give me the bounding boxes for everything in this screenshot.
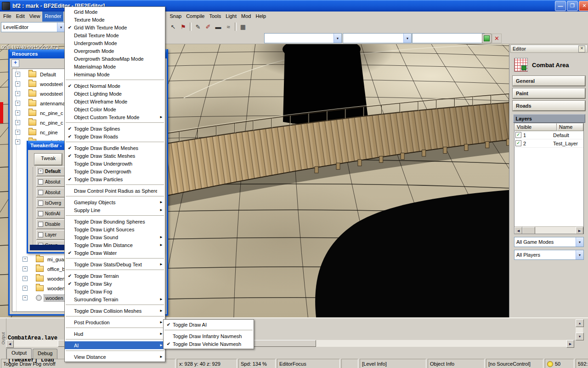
menuitem-draw-control-point-radius-as-sphere[interactable]: Draw Control Point Radius as Sphere (65, 187, 165, 195)
layer-visible-checkbox[interactable]: ✓ (515, 140, 521, 146)
scroll-down-icon[interactable]: ▼ (576, 333, 584, 340)
scroll-right-icon[interactable]: ▶ (576, 227, 583, 234)
menuitem-texture-mode[interactable]: Texture Mode (65, 16, 165, 23)
maximize-button[interactable]: ❐ (567, 1, 578, 11)
expand-icon[interactable]: + (23, 257, 28, 262)
menuitem-toggle-draw-splines[interactable]: ✔Toggle Draw Splines (65, 125, 165, 132)
menuitem-gameplay-objects[interactable]: Gameplay Objects► (65, 198, 165, 206)
menuitem-grid-mode[interactable]: Grid Mode (65, 8, 165, 16)
menuitem-detail-texture-mode[interactable]: Detail Texture Mode (65, 31, 165, 39)
chevron-down-icon[interactable]: ▼ (576, 237, 583, 247)
scroll-right-icon[interactable]: ▶ (566, 340, 574, 348)
pen-tool[interactable]: ✎ (193, 22, 203, 31)
expand-icon[interactable]: + (15, 130, 20, 135)
menuitem-surrounding-terrain[interactable]: Surrounding Terrain► (65, 295, 165, 303)
menuitem-toggle-draw-bundle-meshes[interactable]: ✔Toggle Draw Bundle Meshes (65, 144, 165, 152)
menuitem-view-distance[interactable]: View Distance► (65, 353, 165, 361)
menuitem-grid-with-texture-mode[interactable]: ✔Grid With Texture Mode (65, 23, 165, 31)
general-button[interactable]: General (513, 76, 585, 86)
expand-icon[interactable]: + (23, 295, 28, 300)
tab-output[interactable]: Output (6, 348, 32, 359)
menuitem-toggle-draw-roads[interactable]: ✔Toggle Draw Roads (65, 132, 165, 140)
expand-icon[interactable]: + (15, 120, 20, 125)
menuitem-undergrowth-mode[interactable]: Undergrowth Mode (65, 39, 165, 47)
expand-icon[interactable]: + (23, 266, 28, 271)
expand-icon[interactable]: + (15, 72, 20, 77)
menuitem-toggle-draw-collision-meshes[interactable]: Toggle Draw Collision Meshes► (65, 307, 165, 315)
stamp-tool[interactable]: ▦ (238, 22, 248, 31)
minimize-button[interactable]: — (555, 1, 566, 11)
menuitem-toggle-draw-water[interactable]: ✔Toggle Draw Water (65, 249, 165, 257)
menuitem-toggle-draw-terrain[interactable]: ✔Toggle Draw Terrain (65, 272, 165, 280)
menuitem-toggle-draw-min-distance[interactable]: Toggle Draw Min Distance► (65, 241, 165, 249)
menuitem-toggle-draw-infantry-navmesh[interactable]: Toggle Draw Infantry Navmesh (164, 332, 254, 340)
menuitem-ai[interactable]: AI► (65, 341, 165, 349)
scroll-left-icon[interactable]: ◀ (6, 340, 14, 348)
menuitem-toggle-draw-overrgrowth[interactable]: Toggle Draw Overrgrowth (65, 167, 165, 175)
scroll-track[interactable] (576, 327, 583, 333)
eraser-tool[interactable]: ▬ (213, 22, 223, 31)
close-icon[interactable]: ✕ (578, 46, 585, 52)
chevron-down-icon[interactable]: ▼ (576, 250, 583, 259)
menuitem-toggle-draw-stats-debug-text[interactable]: Toggle Draw Stats/Debug Text► (65, 260, 165, 268)
scroll-up-icon[interactable]: ▲ (576, 319, 584, 327)
roads-button[interactable]: Roads (513, 101, 585, 111)
paint-button[interactable]: Paint (513, 88, 585, 98)
menuitem-toggle-draw-ai[interactable]: ✔Toggle Draw AI (164, 321, 254, 328)
search-input[interactable] (412, 33, 485, 43)
mode-combo[interactable]: LevelEditor ▼ (1, 22, 65, 32)
filter-combo-2[interactable]: ▼ (343, 33, 412, 43)
flag-tool[interactable]: ⚑ (178, 22, 188, 31)
layer-row[interactable]: ✓2Test_Layer (514, 139, 583, 148)
tab-debug[interactable]: Debug (33, 349, 57, 359)
menuitem-toggle-draw-vehicle-navmesh[interactable]: ✔Toggle Draw Vehicle Navmesh (164, 340, 254, 348)
menuitem-object-color-mode[interactable]: Object Color Mode (65, 105, 165, 113)
output-vscrollbar[interactable]: ▲ ▼ (576, 319, 583, 340)
scroll-left-icon[interactable]: ◀ (514, 227, 522, 234)
layer-visible-checkbox[interactable]: ✓ (515, 132, 521, 138)
chevron-down-icon[interactable]: ▼ (403, 34, 411, 43)
menuitem-hud[interactable]: Hud► (65, 330, 165, 338)
expand-icon[interactable]: + (15, 91, 20, 96)
menuitem-toggle-draw-bounding-spheres[interactable]: Toggle Draw Bounding Spheres (65, 218, 165, 225)
layers-hscrollbar[interactable]: ◀ ▶ (514, 226, 583, 234)
tweak-tab[interactable]: Tweak (34, 154, 62, 165)
brush-tool[interactable]: ✐ (203, 22, 213, 31)
curve-tool[interactable]: ≈ (223, 22, 233, 31)
visible-column-header[interactable]: Visible (514, 123, 557, 131)
menuitem-toggle-draw-sound[interactable]: Toggle Draw Sound► (65, 233, 165, 241)
expand-icon[interactable]: + (15, 110, 20, 115)
menuitem-toggle-draw-static-meshes[interactable]: ✔Toggle Draw Static Meshes (65, 152, 165, 160)
players-combo[interactable]: All Players ▼ (514, 250, 584, 260)
expand-icon[interactable]: + (23, 276, 28, 281)
name-column-header[interactable]: Name (557, 123, 583, 131)
expand-icon[interactable]: + (23, 286, 28, 291)
close-button[interactable]: ✕ (579, 1, 588, 11)
menuitem-toggle-draw-undergrowth[interactable]: Toggle Draw Undergrowth (65, 160, 165, 167)
menuitem-overgrowth-mode[interactable]: Overgrowth Mode (65, 47, 165, 55)
game-modes-combo[interactable]: All Game Modes ▼ (514, 237, 584, 247)
menuitem-toggle-draw-sky[interactable]: ✔Toggle Draw Sky (65, 280, 165, 288)
chevron-down-icon[interactable]: ▼ (57, 23, 65, 32)
menuitem-object-lighting-mode[interactable]: Object Lighting Mode (65, 90, 165, 98)
menuitem-toggle-draw-particles[interactable]: ✔Toggle Draw Particles (65, 175, 165, 183)
filter-combo-1[interactable]: ▼ (264, 33, 342, 43)
menuitem-object-custom-texture-mode[interactable]: Object Custom Texture Mode► (65, 113, 165, 121)
add-resource-button[interactable]: + (11, 59, 19, 67)
scroll-thumb[interactable] (522, 227, 535, 234)
expand-icon[interactable]: + (15, 139, 20, 144)
menuitem-supply-line[interactable]: Supply Line► (65, 206, 165, 214)
chevron-down-icon[interactable]: ▼ (334, 34, 341, 43)
menuitem-post-production[interactable]: Post Production► (65, 318, 165, 326)
apply-filter-button[interactable] (482, 34, 492, 43)
select-tool[interactable]: ↖ (168, 22, 178, 31)
layer-row[interactable]: ✓1Default (514, 131, 583, 139)
clear-filter-button[interactable]: ✕ (492, 34, 502, 43)
menuitem-materialmap-mode[interactable]: Materialmap Mode (65, 63, 165, 70)
expand-icon[interactable]: + (15, 81, 20, 86)
menuitem-object-normal-mode[interactable]: ✔Object Normal Mode (65, 82, 165, 90)
menuitem-overgrowth-shadowmap-mode[interactable]: Overgrowth ShadowMap Mode (65, 55, 165, 63)
menuitem-hemimap-mode[interactable]: Hemimap Mode (65, 70, 165, 78)
menuitem-toggle-draw-light-sources[interactable]: Toggle Draw Light Sources (65, 225, 165, 233)
menuitem-toggle-draw-fog[interactable]: Toggle Draw Fog (65, 288, 165, 295)
